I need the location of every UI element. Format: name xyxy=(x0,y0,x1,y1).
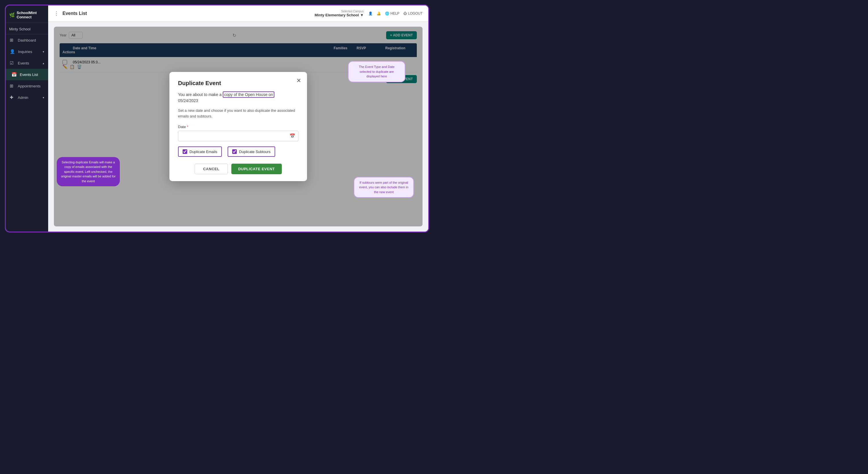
profile-button[interactable]: 👤 xyxy=(368,11,373,15)
sidebar-item-label: Inquiries xyxy=(18,50,32,54)
date-input[interactable] xyxy=(181,134,289,138)
logo-text: SchoolMint Connect xyxy=(17,10,45,19)
modal-description: You are about to make a copy of the Open… xyxy=(178,92,299,104)
duplicate-event-button[interactable]: DUPLICATE EVENT xyxy=(231,164,282,174)
content-card: Year All ↻ + ADD EVENT Date and Time Fam… xyxy=(54,27,423,226)
logo-icon: 🌿 xyxy=(9,12,15,18)
campus-name[interactable]: Minty Elementary School ▼ xyxy=(315,13,364,17)
cancel-button[interactable]: CANCEL xyxy=(195,164,227,174)
menu-dots-icon[interactable]: ⋮ xyxy=(54,10,59,17)
subtours-checkbox-input[interactable] xyxy=(232,149,237,154)
highlighted-event-text: copy of the Open House on xyxy=(223,91,274,98)
sidebar-item-admin[interactable]: ✚ Admin ▾ xyxy=(6,92,48,103)
topbar: ⋮ Events List Selected Campus Minty Elem… xyxy=(48,5,428,22)
duplicate-emails-checkbox[interactable]: Duplicate Emails xyxy=(178,147,222,157)
main-content: ⋮ Events List Selected Campus Minty Elem… xyxy=(48,5,428,231)
notification-bell[interactable]: 🔔 xyxy=(377,11,381,15)
sidebar-item-dashboard[interactable]: ⊞ Dashboard xyxy=(6,34,48,46)
events-icon: ☑ xyxy=(10,60,15,66)
duplicate-event-modal: Duplicate Event ✕ You are about to make … xyxy=(169,72,307,181)
campus-selector[interactable]: Selected Campus Minty Elementary School … xyxy=(315,10,364,17)
calendar-icon[interactable]: 📅 xyxy=(289,133,295,139)
sidebar: 🌿 SchoolMint Connect Minty School ⊞ Dash… xyxy=(6,5,48,231)
tooltip-event-type: The Event Type and Date selected to dupl… xyxy=(348,61,405,82)
topbar-icons: 👤 🔔 🌐 HELP ⏻ LOGOUT xyxy=(368,11,423,15)
duplicate-subtours-checkbox[interactable]: Duplicate Subtours xyxy=(227,147,275,157)
tooltip-subtours: If subtours were part of the original ev… xyxy=(354,177,414,198)
page-title: Events List xyxy=(62,11,315,16)
logout-button[interactable]: ⏻ LOGOUT xyxy=(403,11,423,15)
sidebar-item-inquiries[interactable]: 👤 Inquiries ▾ xyxy=(6,46,48,57)
events-list-icon: 📅 xyxy=(11,72,17,77)
date-input-row: 📅 xyxy=(178,131,299,141)
modal-close-button[interactable]: ✕ xyxy=(297,77,301,84)
dashboard-icon: ⊞ xyxy=(10,37,15,43)
help-button[interactable]: 🌐 HELP xyxy=(385,11,399,15)
sidebar-item-label: Dashboard xyxy=(18,38,36,42)
required-asterisk: * xyxy=(187,125,188,129)
chevron-up-icon: ▴ xyxy=(43,62,44,65)
inquiries-icon: 👤 xyxy=(10,49,15,54)
logout-icon: ⏻ xyxy=(403,11,407,15)
sidebar-item-label: Admin xyxy=(18,95,28,100)
help-icon: 🌐 xyxy=(385,11,389,15)
tooltip-duplicate-emails: Selecting duplicate Emails will make a c… xyxy=(57,157,120,187)
emails-checkbox-input[interactable] xyxy=(183,149,187,154)
emails-checkbox-label: Duplicate Emails xyxy=(189,150,217,154)
sidebar-item-label: Events List xyxy=(20,72,38,77)
modal-sub-text: Set a new date and choose if you want to… xyxy=(178,108,299,119)
date-field: Date * 📅 xyxy=(178,125,299,141)
sidebar-item-label: Appointments xyxy=(18,84,41,88)
chevron-down-icon: ▾ xyxy=(43,50,44,53)
sidebar-item-events[interactable]: ☑ Events ▴ xyxy=(6,57,48,69)
campus-label: Selected Campus xyxy=(341,10,364,13)
admin-icon: ✚ xyxy=(10,95,15,100)
campus-dropdown-icon: ▼ xyxy=(360,13,364,17)
sidebar-item-events-list[interactable]: 📅 Events List xyxy=(6,69,48,80)
checkbox-row: Duplicate Emails Duplicate Subtours xyxy=(178,147,299,157)
modal-actions: CANCEL DUPLICATE EVENT xyxy=(178,164,299,174)
appointments-icon: ⊞ xyxy=(10,84,15,89)
subtours-checkbox-label: Duplicate Subtours xyxy=(239,150,271,154)
modal-overlay: Selecting duplicate Emails will make a c… xyxy=(54,27,423,226)
school-name-label: Minty School xyxy=(6,23,48,34)
sidebar-item-appointments[interactable]: ⊞ Appointments xyxy=(6,80,48,92)
page-content: Year All ↻ + ADD EVENT Date and Time Fam… xyxy=(48,22,428,231)
sidebar-logo: 🌿 SchoolMint Connect xyxy=(6,5,48,23)
sidebar-item-label: Events xyxy=(18,61,29,65)
chevron-down-icon: ▾ xyxy=(43,96,44,99)
modal-title: Duplicate Event xyxy=(178,80,299,87)
